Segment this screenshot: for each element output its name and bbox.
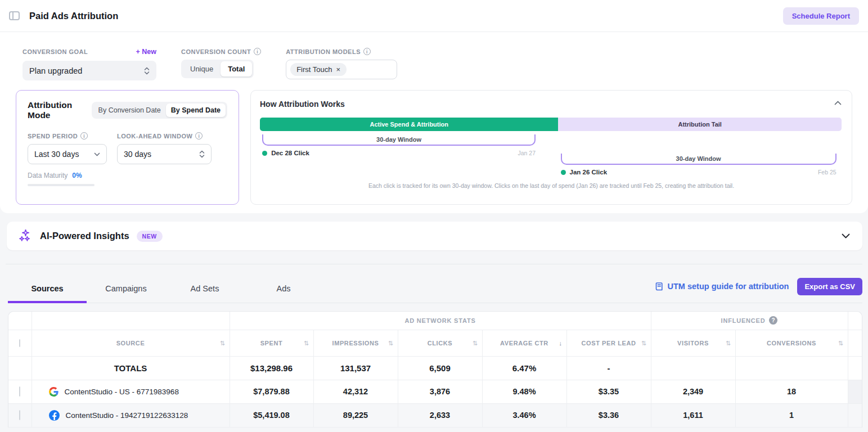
page-title: Paid Ads Attribution xyxy=(29,11,118,21)
source-cell[interactable]: ContentStudio - US - 6771983968 xyxy=(32,380,230,403)
data-maturity-label: Data Maturity xyxy=(28,172,68,179)
new-goal-button[interactable]: + New xyxy=(136,48,156,56)
report-tabs-row: Sources Campaigns Ad Sets Ads UTM setup … xyxy=(8,277,862,303)
mode-option-conversion-date[interactable]: By Conversion Date xyxy=(93,104,166,117)
clicks-cell: 3,876 xyxy=(398,380,482,403)
visitors-cell: 1,611 xyxy=(651,403,735,427)
sort-icon[interactable]: ⇅ xyxy=(220,339,226,346)
count-option-total[interactable]: Total xyxy=(221,61,252,76)
sort-icon[interactable]: ⇅ xyxy=(388,339,394,346)
facebook-icon xyxy=(49,410,60,421)
filter-panel: CONVERSION GOAL + New Plan upgraded CONV… xyxy=(0,32,868,213)
attribution-models-input[interactable]: First Touch × xyxy=(286,60,397,79)
col-average-ctr[interactable]: AVERAGE CTR↓ xyxy=(482,330,566,356)
cost-per-lead-cell: $3.36 xyxy=(566,403,651,427)
look-ahead-select[interactable]: 30 days xyxy=(117,144,212,164)
click-dot-icon xyxy=(262,151,267,156)
updown-chevron-icon xyxy=(199,150,205,158)
window2-start-label: Jan 26 Click xyxy=(561,169,607,176)
cost-per-lead-cell: $3.35 xyxy=(566,380,651,403)
tab-sources[interactable]: Sources xyxy=(8,277,87,303)
model-chip-first-touch: First Touch × xyxy=(290,63,347,76)
sort-icon[interactable]: ⇅ xyxy=(641,339,647,346)
totals-average-ctr: 6.47% xyxy=(482,356,566,380)
select-all-checkbox[interactable] xyxy=(19,339,20,347)
row-checkbox[interactable] xyxy=(19,386,20,397)
how-attribution-works-title: How Attribution Works xyxy=(260,100,843,109)
spent-cell: $7,879.88 xyxy=(230,380,313,403)
group-ad-network-stats: AD NETWORK STATS xyxy=(230,312,651,330)
look-ahead-field: LOOK-AHEAD WINDOW i 30 days xyxy=(117,132,212,164)
sort-icon[interactable]: ⇅ xyxy=(726,339,731,346)
conversion-count-toggle: Unique Total xyxy=(181,60,254,78)
average-ctr-cell: 3.46% xyxy=(482,403,566,427)
sort-icon[interactable]: ⇅ xyxy=(304,339,309,346)
conversion-goal-value: Plan upgraded xyxy=(29,66,82,75)
source-cell[interactable]: ContentStudio - 1942719122633128 xyxy=(32,403,230,427)
tab-ads[interactable]: Ads xyxy=(244,277,323,303)
totals-spent: $13,298.96 xyxy=(230,356,313,380)
sort-desc-icon[interactable]: ↓ xyxy=(559,340,562,346)
schedule-report-button[interactable]: Schedule Report xyxy=(783,7,859,25)
conversion-goal-block: CONVERSION GOAL + New Plan upgraded xyxy=(23,48,156,80)
spend-period-value: Last 30 days xyxy=(34,150,79,159)
table-row[interactable]: ContentStudio - US - 6771983968 $7,879.8… xyxy=(8,380,862,403)
visitors-cell: 2,349 xyxy=(651,380,735,403)
attribution-timeline: Active Spend & Attribution Attribution T… xyxy=(260,111,843,195)
question-icon[interactable]: ? xyxy=(769,316,777,325)
table-row[interactable]: ContentStudio - 1942719122633128 $5,419.… xyxy=(8,403,862,427)
click-dot-icon xyxy=(561,170,566,175)
conversion-goal-label: CONVERSION GOAL xyxy=(23,48,88,55)
col-conversions[interactable]: CONVERSIONS⇅ xyxy=(735,330,848,356)
info-icon[interactable]: i xyxy=(363,48,371,55)
info-icon[interactable]: i xyxy=(254,48,261,55)
totals-visitors xyxy=(651,356,735,380)
updown-chevron-icon xyxy=(144,67,150,75)
sparkles-icon xyxy=(19,230,32,242)
data-maturity-progressbar xyxy=(28,184,95,186)
new-badge: NEW xyxy=(137,231,163,242)
col-source[interactable]: SOURCE⇅ xyxy=(32,330,230,356)
totals-impressions: 131,537 xyxy=(313,356,398,380)
col-visitors[interactable]: VISITORS⇅ xyxy=(651,330,735,356)
book-icon xyxy=(655,282,664,291)
spend-period-select[interactable]: Last 30 days xyxy=(28,144,107,164)
expand-chevron-down-icon[interactable] xyxy=(842,233,850,238)
top-bar: Paid Ads Attribution Schedule Report xyxy=(0,0,868,32)
model-chip-label: First Touch xyxy=(296,65,332,74)
conversion-count-block: CONVERSION COUNT i Unique Total xyxy=(181,48,261,78)
group-influenced: INFLUENCED ? xyxy=(651,312,848,330)
collapse-chevron-up-icon[interactable] xyxy=(834,101,842,105)
col-cost-per-lead[interactable]: COST PER LEAD⇅ xyxy=(566,330,651,356)
col-clicks[interactable]: CLICKS⇅ xyxy=(398,330,482,356)
count-option-unique[interactable]: Unique xyxy=(183,61,221,76)
info-icon[interactable]: i xyxy=(80,132,88,140)
sort-icon[interactable]: ⇅ xyxy=(838,339,844,346)
attribution-mode-card: Attribution Mode By Conversion Date By S… xyxy=(16,90,239,205)
export-csv-button[interactable]: Export as CSV xyxy=(797,278,862,295)
utm-setup-guide-link[interactable]: UTM setup guide for attribution xyxy=(655,282,789,291)
attribution-mode-toggle: By Conversion Date By Spend Date xyxy=(92,102,227,119)
ai-insights-card[interactable]: AI-Powered Insights NEW xyxy=(7,222,862,250)
table-header-row: SOURCE⇅ SPENT⇅ IMPRESSIONS⇅ CLICKS⇅ AVER… xyxy=(8,330,862,356)
info-icon[interactable]: i xyxy=(195,132,203,140)
col-spent[interactable]: SPENT⇅ xyxy=(230,330,313,356)
window2-end-label: Feb 25 xyxy=(818,169,836,176)
spend-period-label: SPEND PERIOD xyxy=(28,133,78,140)
tab-ad-sets[interactable]: Ad Sets xyxy=(165,277,244,303)
row-checkbox[interactable] xyxy=(19,410,20,420)
col-impressions[interactable]: IMPRESSIONS⇅ xyxy=(313,330,398,356)
tab-campaigns[interactable]: Campaigns xyxy=(87,277,165,303)
attribution-models-block: ATTRIBUTION MODELS i First Touch × xyxy=(286,48,397,79)
sort-icon[interactable]: ⇅ xyxy=(473,339,478,346)
sidebar-toggle-icon[interactable] xyxy=(9,11,20,20)
totals-cost-per-lead: - xyxy=(566,356,651,380)
conversion-count-label: CONVERSION COUNT xyxy=(181,48,251,55)
mode-option-spend-date[interactable]: By Spend Date xyxy=(166,104,226,117)
window2-bracket: 30-day Window xyxy=(561,154,836,165)
remove-model-icon[interactable]: × xyxy=(336,66,340,73)
sources-table: AD NETWORK STATS INFLUENCED ? SOURCE⇅ SP… xyxy=(8,311,862,428)
active-spend-bar: Active Spend & Attribution xyxy=(260,118,558,131)
source-name: ContentStudio - US - 6771983968 xyxy=(65,388,179,396)
conversion-goal-select[interactable]: Plan upgraded xyxy=(23,61,156,80)
